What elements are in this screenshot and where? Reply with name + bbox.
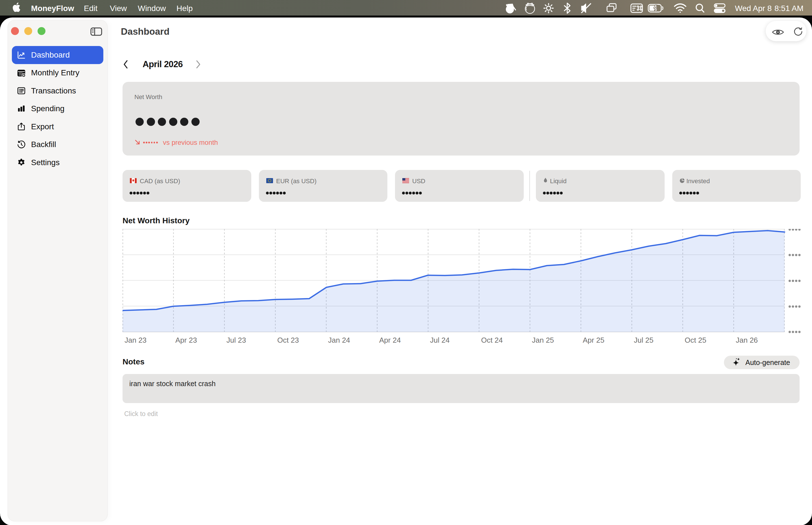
svg-text:Oct 23: Oct 23 [277, 336, 299, 344]
svg-text:Jan 24: Jan 24 [328, 336, 350, 344]
svg-text:Jul 23: Jul 23 [226, 336, 246, 344]
svg-text:Apr 25: Apr 25 [583, 336, 605, 344]
svg-text:Jul 24: Jul 24 [430, 336, 449, 344]
svg-text:Oct 25: Oct 25 [685, 336, 706, 344]
svg-text:Jan 25: Jan 25 [532, 336, 554, 344]
svg-text:Apr 24: Apr 24 [379, 336, 401, 344]
svg-text:Jan 23: Jan 23 [124, 336, 147, 344]
svg-text:Jan 26: Jan 26 [736, 336, 758, 344]
svg-text:Jul 25: Jul 25 [634, 336, 653, 344]
svg-text:Apr 23: Apr 23 [175, 336, 197, 344]
svg-text:Oct 24: Oct 24 [481, 336, 503, 344]
